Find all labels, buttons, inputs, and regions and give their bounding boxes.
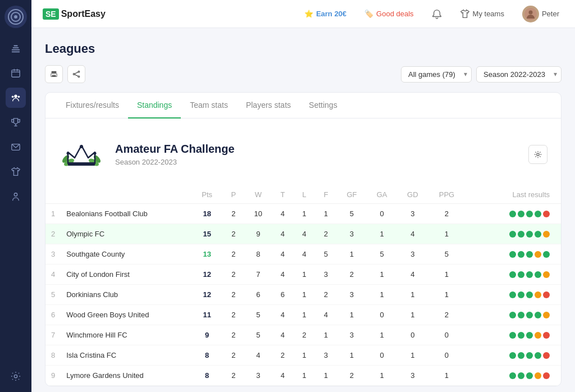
- svg-point-23: [78, 71, 80, 72]
- table-row[interactable]: 8 Isla Cristina FC 8 2 4 2 1 3 1 0 1 0: [45, 345, 561, 366]
- result-dot: [543, 211, 550, 217]
- cell-team: Isla Cristina FC: [61, 345, 191, 366]
- cell-rank: 9: [45, 366, 61, 386]
- cell-ppg: 1: [428, 265, 465, 285]
- cell-gf: 2: [337, 366, 367, 386]
- tab-players-stats[interactable]: Players stats: [237, 93, 300, 118]
- cell-w: 7: [245, 265, 272, 285]
- cell-rank: 4: [45, 265, 61, 285]
- result-dot: [509, 332, 516, 339]
- cell-pts: 12: [192, 265, 222, 285]
- cell-rank: 3: [45, 244, 61, 265]
- table-row[interactable]: 2 Olympic FC 15 2 9 4 4 2 3 1 4 1: [45, 224, 561, 244]
- cell-l: 1: [294, 204, 315, 224]
- cell-f: 1: [315, 204, 337, 224]
- svg-line-26: [75, 72, 78, 74]
- league-settings-button[interactable]: [528, 145, 547, 164]
- tab-standings[interactable]: Standings: [128, 93, 181, 118]
- table-row[interactable]: 7 Winchmore Hill FC 9 2 5 4 2 1 3 1 0 0: [45, 325, 561, 345]
- cell-l: 1: [294, 285, 315, 305]
- cell-ppg: 2: [428, 204, 465, 224]
- cell-l: 4: [294, 244, 315, 265]
- col-ppg: PPG: [428, 186, 465, 204]
- cell-spacer: [466, 285, 481, 305]
- tab-settings[interactable]: Settings: [300, 93, 346, 118]
- table-row[interactable]: 1 Bealonians Football Club 18 2 10 4 1 1…: [45, 204, 561, 224]
- cell-t: 6: [272, 285, 294, 305]
- season-filter-select[interactable]: Season 2022-2023 Season 2021-2022: [476, 66, 562, 83]
- cell-results: [481, 224, 561, 244]
- print-button[interactable]: [45, 65, 63, 83]
- result-dot: [543, 231, 550, 238]
- sidebar-item-team[interactable]: [6, 88, 26, 108]
- result-dot: [543, 332, 550, 339]
- table-row[interactable]: 5 Dorkinians Club 12 2 6 6 1 2 3 1 1 1: [45, 285, 561, 305]
- earn-button[interactable]: ⭐ Earn 20€: [300, 7, 351, 20]
- cell-f: 4: [315, 305, 337, 325]
- cell-p: 2: [222, 366, 245, 386]
- page-title: Leagues: [45, 42, 562, 56]
- cell-ga: 1: [367, 265, 397, 285]
- cell-w: 4: [245, 345, 272, 366]
- table-row[interactable]: 9 Lymore Gardens United 8 2 3 4 1 1 2 1 …: [45, 366, 561, 386]
- cell-gd: 3: [397, 244, 428, 265]
- result-dot: [509, 271, 516, 278]
- topnav: SE SportEasy ⭐ Earn 20€ 🏷️ Good deals My…: [31, 0, 575, 28]
- cell-p: 2: [222, 224, 245, 244]
- notifications-button[interactable]: [427, 7, 446, 21]
- cell-gf: 3: [337, 285, 367, 305]
- cell-f: 3: [315, 265, 337, 285]
- result-dot: [526, 211, 533, 217]
- cell-l: 1: [294, 366, 315, 386]
- cell-w: 9: [245, 224, 272, 244]
- svg-point-12: [12, 95, 14, 98]
- sidebar-item-jersey[interactable]: [6, 162, 26, 182]
- result-dot: [509, 231, 516, 238]
- cell-w: 3: [245, 366, 272, 386]
- col-rank: [45, 186, 61, 204]
- cell-gd: 4: [397, 224, 428, 244]
- result-dot: [535, 231, 541, 238]
- cell-pts: 8: [192, 345, 222, 366]
- earn-icon: ⭐: [304, 10, 313, 18]
- cell-spacer: [466, 244, 481, 265]
- svg-point-33: [80, 145, 83, 148]
- table-row[interactable]: 4 City of London First 12 2 7 4 1 3 2 1 …: [45, 265, 561, 285]
- sidebar-item-calendar[interactable]: [6, 63, 26, 83]
- my-teams-button[interactable]: My teams: [455, 7, 509, 21]
- share-button[interactable]: [67, 65, 85, 83]
- col-f: F: [315, 186, 337, 204]
- standings-card: Fixtures/results Standings Team stats Pl…: [45, 92, 562, 386]
- result-dot: [535, 211, 541, 217]
- col-spacer: [466, 186, 481, 204]
- tab-fixtures[interactable]: Fixtures/results: [57, 93, 128, 118]
- svg-rect-6: [12, 51, 20, 52]
- games-filter-select[interactable]: All games (79) Home games Away games: [401, 66, 472, 83]
- cell-pts: 12: [192, 285, 222, 305]
- result-dot: [535, 271, 541, 278]
- sidebar-item-trophy[interactable]: [6, 112, 26, 133]
- result-dot: [518, 372, 524, 379]
- table-row[interactable]: 3 Southgate County 13 2 8 4 4 5 1 5 3 5: [45, 244, 561, 265]
- result-dot: [509, 251, 516, 258]
- sidebar-item-leagues[interactable]: [6, 38, 26, 58]
- svg-rect-22: [52, 75, 56, 77]
- cell-pts: 11: [192, 305, 222, 325]
- content-area: Leagues: [31, 28, 575, 392]
- tab-team-stats[interactable]: Team stats: [181, 93, 237, 118]
- standings-table: Pts P W T L F GF GA GD PPG Last results: [45, 186, 561, 386]
- good-deals-button[interactable]: 🏷️ Good deals: [360, 7, 418, 20]
- table-row[interactable]: 6 Wood Green Boys United 11 2 5 4 1 4 1 …: [45, 305, 561, 325]
- cell-results: [481, 345, 561, 366]
- league-header: Amateur FA Challenge Season 2022-2023: [45, 118, 561, 186]
- cell-spacer: [466, 224, 481, 244]
- sidebar-item-mail[interactable]: [6, 137, 26, 157]
- cell-ga: 5: [367, 244, 397, 265]
- deals-icon: 🏷️: [364, 10, 373, 18]
- sidebar-item-player[interactable]: [6, 186, 26, 207]
- result-dot: [518, 312, 524, 318]
- cell-ga: 1: [367, 366, 397, 386]
- user-profile-button[interactable]: Peter: [518, 3, 564, 25]
- sidebar-item-settings[interactable]: [6, 366, 26, 386]
- col-pts: Pts: [192, 186, 222, 204]
